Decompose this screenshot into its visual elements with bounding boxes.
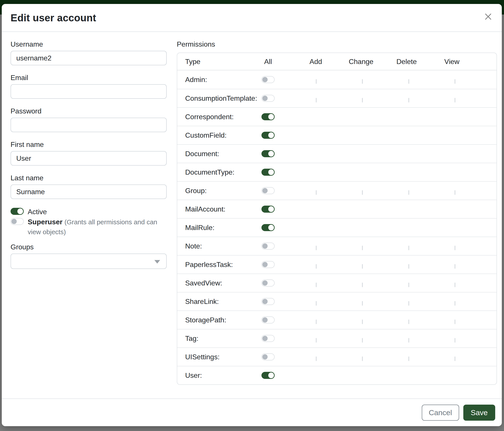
permission-row: SavedView: <box>177 274 496 292</box>
permission-delete-checkbox[interactable] <box>408 320 409 324</box>
permission-all-toggle[interactable] <box>261 372 275 379</box>
permission-view-checkbox[interactable] <box>455 320 455 324</box>
modal-title: Edit user account <box>10 12 96 24</box>
permission-all-toggle[interactable] <box>261 279 275 287</box>
permission-row: Group: <box>177 181 496 200</box>
permission-change-checkbox[interactable] <box>362 320 363 324</box>
permission-delete-checkbox[interactable] <box>408 357 409 361</box>
column-header-add: Add <box>310 57 322 65</box>
permission-all-toggle[interactable] <box>261 113 275 120</box>
permission-all-toggle[interactable] <box>261 224 275 231</box>
permission-all-toggle[interactable] <box>261 353 275 360</box>
close-button[interactable] <box>482 11 494 23</box>
permission-all-toggle[interactable] <box>261 187 275 194</box>
permission-delete-checkbox[interactable] <box>408 79 409 84</box>
permission-change-checkbox[interactable] <box>362 338 363 343</box>
first-name-input[interactable] <box>10 151 167 166</box>
superuser-toggle[interactable] <box>10 218 24 225</box>
permission-change-checkbox[interactable] <box>362 264 363 269</box>
permission-add-checkbox[interactable] <box>316 283 317 287</box>
permission-delete-checkbox[interactable] <box>408 264 409 269</box>
permission-view-checkbox[interactable] <box>455 264 455 269</box>
permission-view-checkbox[interactable] <box>455 301 455 306</box>
permission-all-toggle[interactable] <box>261 95 275 102</box>
permission-row: Tag: <box>177 329 496 347</box>
permission-all-toggle[interactable] <box>261 335 275 342</box>
permission-view-checkbox[interactable] <box>455 246 455 250</box>
permission-delete-checkbox[interactable] <box>408 301 409 306</box>
permission-change-checkbox[interactable] <box>362 301 363 306</box>
permissions-table-header: Type All Add Change Delete View <box>177 53 496 70</box>
email-label: Email <box>10 73 167 82</box>
permission-view-checkbox[interactable] <box>455 357 455 361</box>
last-name-input[interactable] <box>10 185 167 199</box>
username-field-group: Username <box>10 40 167 65</box>
permission-delete-checkbox[interactable] <box>408 98 409 102</box>
permission-row: StoragePath: <box>177 311 496 329</box>
email-input[interactable] <box>10 84 167 99</box>
permission-add-checkbox[interactable] <box>316 357 317 361</box>
permission-row: Document: <box>177 144 496 163</box>
edit-user-modal: Edit user account Username Email Passwor… <box>2 4 502 426</box>
permission-row: ShareLink: <box>177 292 496 311</box>
permission-add-checkbox[interactable] <box>316 320 317 324</box>
permission-add-checkbox[interactable] <box>316 98 317 102</box>
permission-change-checkbox[interactable] <box>362 79 363 84</box>
permission-view-checkbox[interactable] <box>455 338 455 343</box>
permissions-heading: Permissions <box>177 40 497 49</box>
permission-change-checkbox[interactable] <box>362 98 363 102</box>
permission-type-label: Note: <box>185 242 202 250</box>
cancel-button[interactable]: Cancel <box>422 405 459 421</box>
permission-delete-checkbox[interactable] <box>408 338 409 343</box>
permission-type-label: StoragePath: <box>185 316 226 324</box>
groups-label: Groups <box>10 242 167 251</box>
permission-row: User: <box>177 366 496 384</box>
permission-delete-checkbox[interactable] <box>408 246 409 250</box>
password-field-group: Password <box>10 107 167 132</box>
permission-all-toggle[interactable] <box>261 298 275 305</box>
permission-all-toggle[interactable] <box>261 150 275 157</box>
username-input[interactable] <box>10 51 167 65</box>
modal-body: Username Email Password First name Last … <box>2 32 502 398</box>
permission-all-toggle[interactable] <box>261 206 275 213</box>
permission-all-toggle[interactable] <box>261 76 275 83</box>
permission-view-checkbox[interactable] <box>455 190 455 195</box>
superuser-switch-row: Superuser (Grants all permissions and ca… <box>10 217 167 237</box>
permission-row: MailAccount: <box>177 200 496 218</box>
permission-all-toggle[interactable] <box>261 169 275 176</box>
permission-add-checkbox[interactable] <box>316 264 317 269</box>
permission-delete-checkbox[interactable] <box>408 190 409 195</box>
permissions-table: Type All Add Change Delete View Admin: C… <box>177 53 497 385</box>
permission-type-label: DocumentType: <box>185 168 234 176</box>
permission-change-checkbox[interactable] <box>362 283 363 287</box>
permission-change-checkbox[interactable] <box>362 357 363 361</box>
permission-change-checkbox[interactable] <box>362 246 363 250</box>
permission-change-checkbox[interactable] <box>362 190 363 195</box>
permission-all-toggle[interactable] <box>261 242 275 250</box>
permission-add-checkbox[interactable] <box>316 246 317 250</box>
column-header-view: View <box>444 57 459 65</box>
permission-add-checkbox[interactable] <box>316 190 317 195</box>
groups-select[interactable] <box>10 253 167 269</box>
permission-add-checkbox[interactable] <box>316 301 317 306</box>
permission-add-checkbox[interactable] <box>316 338 317 343</box>
permission-all-toggle[interactable] <box>261 316 275 323</box>
permission-row: CustomField: <box>177 126 496 144</box>
permission-delete-checkbox[interactable] <box>408 283 409 287</box>
permission-view-checkbox[interactable] <box>455 79 455 84</box>
password-input[interactable] <box>10 118 167 132</box>
permission-all-toggle[interactable] <box>261 132 275 139</box>
permission-type-label: Document: <box>185 150 219 158</box>
permission-add-checkbox[interactable] <box>316 79 317 84</box>
save-button[interactable]: Save <box>463 405 495 421</box>
permission-type-label: Admin: <box>185 76 207 84</box>
permission-view-checkbox[interactable] <box>455 98 455 102</box>
active-toggle[interactable] <box>10 208 24 215</box>
last-name-label: Last name <box>10 173 167 182</box>
permission-type-label: CustomField: <box>185 131 227 139</box>
permission-row: DocumentType: <box>177 163 496 181</box>
first-name-field-group: First name <box>10 140 167 166</box>
permission-view-checkbox[interactable] <box>455 283 455 287</box>
permission-all-toggle[interactable] <box>261 261 275 268</box>
permission-type-label: PaperlessTask: <box>185 260 233 269</box>
